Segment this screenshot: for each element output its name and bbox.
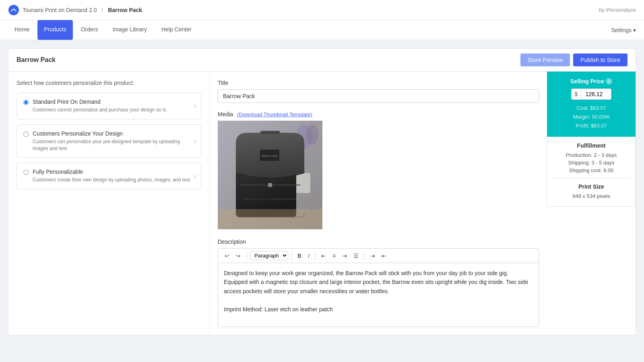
toolbar-sep-2 bbox=[291, 252, 292, 260]
option-standard[interactable]: Standard Print On Demand Customers canno… bbox=[17, 93, 201, 119]
option-fully-personalizable-desc: Customers create their own design by upl… bbox=[33, 177, 194, 183]
option-standard-title: Standard Print On Demand bbox=[33, 99, 194, 105]
option-fully-personalizable-title: Fully Personalizable bbox=[33, 169, 194, 175]
nav-item-home[interactable]: Home bbox=[8, 20, 36, 40]
shipping-row: Shipping: 3 - 5 days bbox=[553, 160, 630, 166]
info-divider bbox=[553, 178, 630, 179]
price-details: Cost: $63.07 Margin: 50.00% Profit: $63.… bbox=[553, 104, 629, 130]
info-icon[interactable]: i bbox=[606, 78, 612, 84]
margin-label: Margin: 50.00% bbox=[553, 113, 629, 121]
svg-rect-9 bbox=[268, 183, 272, 187]
title-field-group: Title bbox=[218, 80, 539, 103]
center-panel: Title Media (Download Thumbnail Template… bbox=[210, 72, 547, 335]
align-center-button[interactable]: ≡ bbox=[330, 252, 338, 260]
topbar-by: by iPersonalyze bbox=[599, 7, 636, 13]
option-standard-desc: Customers cannot personalize and purchas… bbox=[33, 107, 194, 113]
publish-to-store-button[interactable]: Publish to Store bbox=[573, 53, 627, 66]
nav-item-image-library[interactable]: Image Library bbox=[106, 20, 153, 40]
option-personalize-design-title: Customers Personalize Your Design bbox=[33, 130, 194, 137]
align-right-button[interactable]: ⇥ bbox=[340, 252, 349, 260]
fulfillment-title: Fulfillment bbox=[553, 142, 630, 149]
download-thumbnail-link[interactable]: (Download Thumbnail Template) bbox=[237, 111, 312, 117]
nav-links: Home Products Orders Image Library Help … bbox=[8, 20, 198, 40]
selling-price-card: Selling Price i $ Cost: $63.07 Margin: 5… bbox=[547, 72, 636, 137]
option-personalize-design-chevron-icon: › bbox=[194, 138, 196, 145]
shipping-cost-row: Shipping cost: 8.00 bbox=[553, 167, 630, 173]
align-left-button[interactable]: ⇤ bbox=[319, 252, 328, 260]
indent-button[interactable]: ⇥ bbox=[368, 252, 378, 260]
svg-rect-4 bbox=[296, 173, 310, 193]
description-section: Description ↩ ↪ Paragraph Heading 1 Head… bbox=[218, 239, 539, 327]
align-justify-button[interactable]: ☰ bbox=[351, 252, 361, 260]
print-size-title: Print Size bbox=[553, 183, 630, 190]
editor-body[interactable]: Designed to keep your work gear organize… bbox=[218, 263, 539, 327]
paragraph-select[interactable]: Paragraph Heading 1 Heading 2 bbox=[250, 251, 288, 260]
option-fully-personalizable-content: Fully Personalizable Customers create th… bbox=[33, 169, 194, 183]
redo-button[interactable]: ↪ bbox=[233, 252, 243, 260]
undo-button[interactable]: ↩ bbox=[222, 252, 232, 260]
media-label: Media (Download Thumbnail Template) bbox=[218, 111, 539, 117]
nav-item-orders[interactable]: Orders bbox=[74, 20, 105, 40]
topbar-left: Tsunami Print on Demand 2.0 / Barrow Pac… bbox=[8, 4, 142, 16]
print-size-value: 948 x 534 pixels bbox=[553, 193, 630, 199]
settings-menu[interactable]: Settings ▾ bbox=[611, 27, 636, 33]
selling-price-title: Selling Price i bbox=[553, 78, 629, 84]
outdent-button[interactable]: ⇤ bbox=[379, 252, 389, 260]
page-card-header: Barrow Pack Store Preview Publish to Sto… bbox=[8, 49, 636, 72]
italic-button[interactable]: I bbox=[305, 252, 312, 260]
toolbar-sep-4 bbox=[364, 252, 365, 260]
title-label: Title bbox=[218, 80, 539, 86]
toolbar-sep-1 bbox=[246, 252, 247, 260]
toolbar-sep-3 bbox=[315, 252, 316, 260]
logo-icon bbox=[8, 4, 19, 16]
description-paragraph-1: Designed to keep your work gear organize… bbox=[224, 269, 533, 296]
media-label-text: Media bbox=[218, 111, 233, 117]
nav-item-products[interactable]: Products bbox=[37, 20, 72, 40]
settings-label: Settings bbox=[611, 27, 632, 33]
description-paragraph-2 bbox=[224, 296, 533, 304]
topbar-page-name: Barrow Pack bbox=[108, 7, 142, 13]
product-image: Barrow Pack bbox=[218, 121, 322, 229]
description-paragraph-3: Imprint Method: Laser etch on leather pa… bbox=[224, 305, 533, 314]
title-input[interactable] bbox=[218, 89, 539, 103]
right-panel: Selling Price i $ Cost: $63.07 Margin: 5… bbox=[547, 72, 636, 335]
option-personalize-design[interactable]: Customers Personalize Your Design Custom… bbox=[17, 124, 201, 158]
option-personalize-design-desc: Customers can personalize your pre-desig… bbox=[33, 138, 194, 152]
profit-label: Profit: $63.07 bbox=[553, 121, 629, 130]
cost-label: Cost: $63.07 bbox=[553, 104, 629, 113]
option-standard-content: Standard Print On Demand Customers canno… bbox=[33, 99, 194, 113]
option-personalize-design-radio[interactable] bbox=[23, 132, 29, 137]
navbar: Home Products Orders Image Library Help … bbox=[0, 20, 644, 40]
editor-toolbar: ↩ ↪ Paragraph Heading 1 Heading 2 B I ⇤ bbox=[218, 248, 539, 263]
option-fully-personalizable-chevron-icon: › bbox=[194, 173, 196, 180]
price-input-row: $ bbox=[553, 88, 629, 100]
page: Barrow Pack Store Preview Publish to Sto… bbox=[0, 40, 644, 343]
dollar-sign: $ bbox=[571, 88, 582, 100]
page-card: Barrow Pack Store Preview Publish to Sto… bbox=[8, 48, 636, 335]
svg-point-3 bbox=[306, 125, 318, 145]
option-fully-personalizable-radio[interactable] bbox=[23, 170, 29, 175]
description-label: Description bbox=[218, 239, 539, 245]
settings-chevron-icon: ▾ bbox=[633, 27, 636, 33]
production-row: Production: 2 - 3 days bbox=[553, 152, 630, 158]
main-layout: Select how customers personalize this pr… bbox=[8, 72, 636, 335]
topbar-separator: / bbox=[101, 7, 103, 13]
app-name: Tsunami Print on Demand 2.0 bbox=[23, 7, 97, 13]
bold-button[interactable]: B bbox=[295, 252, 304, 260]
selling-price-title-text: Selling Price bbox=[570, 78, 604, 84]
personalize-heading: Select how customers personalize this pr… bbox=[17, 80, 201, 86]
header-actions: Store Preview Publish to Store bbox=[520, 53, 627, 66]
fulfillment-card: Fulfillment Production: 2 - 3 days Shipp… bbox=[547, 137, 636, 207]
svg-rect-11 bbox=[261, 132, 279, 134]
left-panel: Select how customers personalize this pr… bbox=[8, 72, 210, 335]
page-title: Barrow Pack bbox=[17, 56, 56, 64]
media-section: Media (Download Thumbnail Template) bbox=[218, 111, 539, 230]
store-preview-button[interactable]: Store Preview bbox=[520, 53, 570, 66]
svg-text:Barrow Pack: Barrow Pack bbox=[262, 154, 278, 157]
price-input[interactable] bbox=[581, 88, 611, 100]
nav-item-help-center[interactable]: Help Center bbox=[155, 20, 198, 40]
option-standard-chevron-icon: › bbox=[194, 102, 196, 109]
option-fully-personalizable[interactable]: Fully Personalizable Customers create th… bbox=[17, 162, 201, 189]
option-standard-radio[interactable] bbox=[23, 100, 29, 105]
svg-rect-12 bbox=[218, 209, 322, 229]
